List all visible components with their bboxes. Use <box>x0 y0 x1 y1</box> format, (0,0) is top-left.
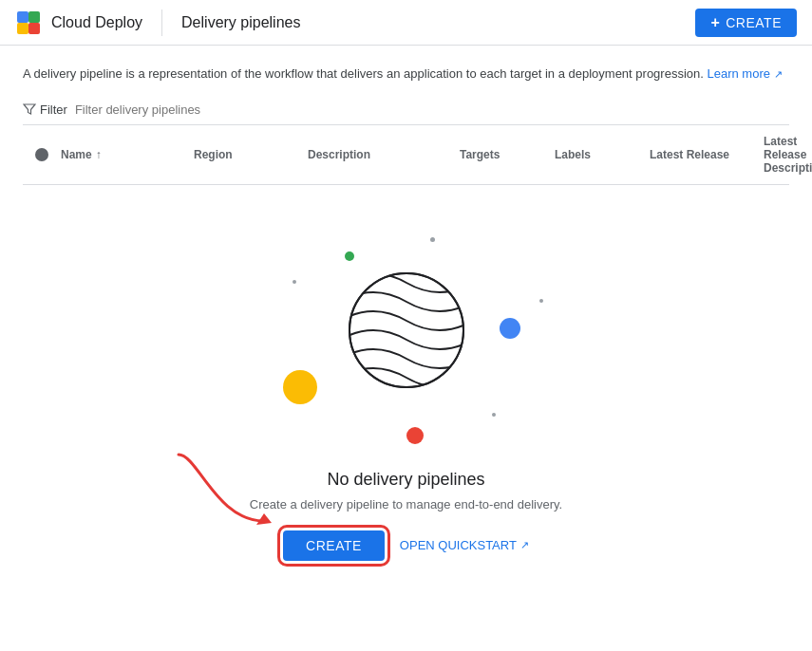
col-check <box>23 147 61 162</box>
main-create-button[interactable]: CREATE <box>283 530 385 561</box>
external-link-icon: ↗ <box>774 68 783 80</box>
svg-marker-8 <box>256 513 272 525</box>
header-create-button[interactable]: + CREATE <box>695 9 797 37</box>
filter-icon-label: Filter <box>23 102 67 117</box>
svg-point-4 <box>35 148 48 161</box>
grey-dot-3 <box>492 413 496 417</box>
grey-dot-2 <box>293 280 296 284</box>
blue-dot <box>500 318 520 339</box>
main-content: A delivery pipeline is a representation … <box>0 46 812 561</box>
filter-bar: Filter <box>23 102 789 125</box>
pipelines-table: Name ↑ Region Description Targets Labels… <box>23 125 789 185</box>
svg-rect-0 <box>17 11 28 23</box>
col-name-header: Name ↑ <box>61 148 194 161</box>
plus-icon: + <box>710 14 720 31</box>
red-dot <box>406 427 424 444</box>
col-latest-release-header: Latest Release <box>650 148 764 161</box>
filter-label: Filter <box>40 102 67 117</box>
svg-rect-1 <box>28 11 40 23</box>
app-logo-group: Cloud Deploy <box>15 9 162 36</box>
svg-rect-3 <box>28 23 40 34</box>
empty-title: No delivery pipelines <box>327 470 484 490</box>
filter-input[interactable] <box>75 102 789 117</box>
quickstart-label: OPEN QUICKSTART <box>400 538 517 552</box>
col-labels-header: Labels <box>555 148 650 161</box>
header-create-label: CREATE <box>726 15 782 30</box>
cloud-deploy-logo-icon <box>15 9 42 36</box>
open-quickstart-link[interactable]: OPEN QUICKSTART ↗ <box>400 538 529 552</box>
checkbox-all-icon[interactable] <box>34 147 49 162</box>
learn-more-link[interactable]: Learn more ↗ <box>708 66 783 81</box>
arrow-illustration <box>160 445 293 540</box>
app-header: Cloud Deploy Delivery pipelines + CREATE <box>0 0 812 46</box>
sort-arrow-icon[interactable]: ↑ <box>96 148 102 161</box>
filter-funnel-icon <box>23 102 36 116</box>
empty-state: No delivery pipelines Create a delivery … <box>23 185 789 561</box>
description-text: A delivery pipeline is a representation … <box>23 66 704 81</box>
grey-dot-1 <box>430 237 435 242</box>
main-create-label: CREATE <box>306 538 362 553</box>
table-header-row: Name ↑ Region Description Targets Labels… <box>23 125 789 185</box>
green-dot <box>345 251 354 261</box>
col-region-header: Region <box>194 148 308 161</box>
grey-dot-4 <box>539 299 543 303</box>
quickstart-external-icon: ↗ <box>520 539 529 551</box>
planet-illustration <box>340 264 473 397</box>
yellow-dot <box>283 370 317 404</box>
page-description: A delivery pipeline is a representation … <box>23 65 789 84</box>
svg-rect-2 <box>17 23 28 34</box>
empty-subtitle: Create a delivery pipeline to manage end… <box>250 497 562 512</box>
col-latest-release-desc-header: Latest Release Description <box>764 135 812 175</box>
page-title: Delivery pipelines <box>162 14 695 31</box>
col-targets-header: Targets <box>460 148 555 161</box>
empty-illustration <box>264 223 549 451</box>
app-name: Cloud Deploy <box>51 14 142 31</box>
col-description-header: Description <box>308 148 460 161</box>
